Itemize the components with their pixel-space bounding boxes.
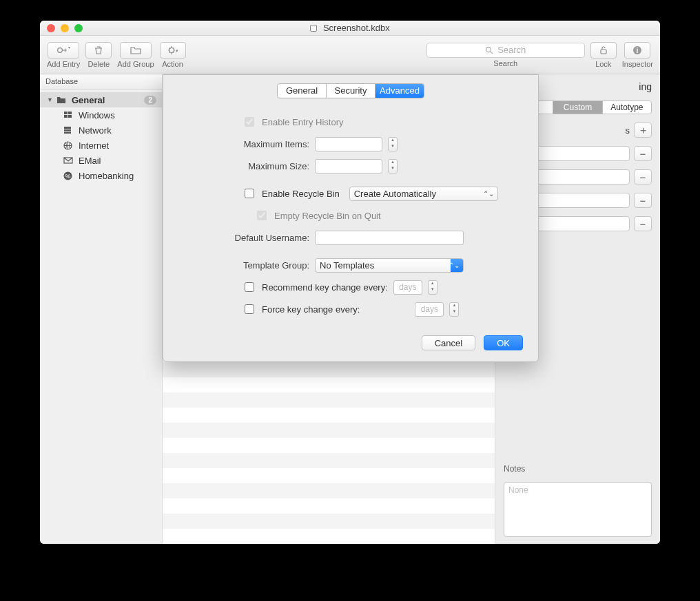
enable-history-label: Enable Entry History: [262, 117, 344, 127]
search-input[interactable]: Search: [426, 43, 585, 58]
max-items-input[interactable]: [315, 137, 382, 151]
svg-rect-10: [64, 115, 68, 118]
svg-rect-9: [68, 112, 72, 114]
action-button[interactable]: ▾ Action: [160, 42, 186, 68]
enable-recycle-checkbox[interactable]: [245, 189, 254, 198]
trash-icon: [94, 45, 103, 55]
recommend-key-label: Recommend key change every:: [262, 282, 388, 293]
svg-rect-14: [64, 132, 71, 134]
svg-point-4: [486, 47, 491, 52]
server-icon: [63, 126, 74, 134]
remove-field-button-2[interactable]: −: [634, 169, 652, 184]
folder-plus-icon: [130, 46, 141, 54]
max-size-stepper[interactable]: ▲▼: [388, 159, 398, 173]
enable-recycle-label: Enable Recycle Bin: [262, 189, 340, 199]
tab-custom[interactable]: Custom: [553, 101, 602, 114]
ok-button[interactable]: OK: [484, 335, 523, 350]
svg-text:▾: ▾: [68, 45, 70, 50]
chevron-updown-icon: ⌃⌄: [483, 190, 494, 198]
percent-icon: %: [63, 171, 74, 180]
recycle-mode-popup[interactable]: Create Automatically ⌃⌄: [349, 187, 498, 201]
group-tree: ▼ General 2 Windows: [40, 89, 162, 186]
add-entry-button[interactable]: ▾ Add Entry: [47, 42, 80, 68]
force-key-checkbox[interactable]: [245, 304, 254, 314]
svg-point-0: [58, 48, 63, 52]
group-email[interactable]: EMail: [40, 153, 162, 168]
chevron-updown-icon: ⌃⌄: [449, 262, 460, 269]
enable-history-checkbox: [245, 117, 254, 127]
svg-text:%: %: [65, 173, 70, 180]
globe-icon: [63, 141, 74, 150]
lock-button[interactable]: Lock: [590, 42, 617, 68]
remove-field-button-3[interactable]: −: [634, 193, 652, 208]
force-key-stepper[interactable]: ▲▼: [449, 302, 459, 317]
max-items-label: Maximum Items:: [192, 139, 309, 149]
recommend-key-checkbox[interactable]: [245, 282, 254, 292]
svg-rect-13: [64, 129, 71, 131]
lock-open-icon: [599, 45, 608, 55]
toolbar: ▾ Add Entry Delete Add Group: [40, 36, 660, 74]
template-group-popup[interactable]: No Templates ⌃⌄: [315, 258, 464, 273]
sheet-button-bar: Cancel OK: [178, 335, 523, 350]
template-group-label: Template Group:: [192, 260, 309, 271]
svg-text:i: i: [637, 47, 639, 54]
zoom-window-button[interactable]: [74, 24, 83, 32]
notes-label: Notes: [504, 464, 652, 474]
add-field-button[interactable]: ＋: [634, 123, 652, 138]
close-window-button[interactable]: [47, 24, 55, 32]
group-internet[interactable]: Internet: [40, 138, 162, 153]
info-icon: i: [632, 45, 642, 55]
force-key-label: Force key change every:: [262, 304, 360, 315]
svg-rect-12: [64, 127, 71, 129]
advanced-form: Enable Entry History Maximum Items: ▲▼ M…: [178, 108, 523, 323]
database-settings-sheet: General Security Advanced Enable Entry H…: [163, 74, 539, 362]
sheet-tab-general[interactable]: General: [278, 84, 327, 98]
default-username-label: Default Username:: [192, 233, 309, 243]
search-icon: [485, 46, 493, 54]
mail-icon: [63, 157, 74, 164]
sheet-tabs: General Security Advanced: [277, 83, 424, 98]
toolbar-search: Search Search: [426, 43, 585, 67]
recommend-key-days-input[interactable]: days: [393, 280, 422, 295]
minimize-window-button[interactable]: [61, 24, 69, 32]
svg-rect-11: [68, 115, 72, 118]
windows-icon: [63, 111, 74, 119]
window-title: Screenshot.kdbx: [40, 23, 660, 33]
count-badge: 2: [144, 96, 156, 105]
document-icon: [310, 25, 317, 32]
traffic-lights: [47, 24, 83, 32]
folder-icon: [56, 96, 68, 104]
disclosure-triangle-icon[interactable]: ▼: [47, 96, 52, 103]
recommend-key-stepper[interactable]: ▲▼: [428, 280, 438, 295]
force-key-days-input[interactable]: days: [415, 302, 444, 317]
add-group-button[interactable]: Add Group: [117, 42, 154, 68]
max-size-label: Maximum Size:: [192, 161, 309, 171]
sidebar-header: Database: [40, 74, 162, 89]
group-windows[interactable]: Windows: [40, 107, 162, 123]
svg-text:▾: ▾: [176, 48, 178, 53]
key-plus-icon: ▾: [56, 45, 70, 55]
remove-field-button-4[interactable]: −: [634, 216, 652, 231]
sheet-tab-security[interactable]: Security: [327, 84, 375, 98]
max-size-input[interactable]: [315, 159, 382, 173]
cancel-button[interactable]: Cancel: [422, 335, 475, 350]
max-items-stepper[interactable]: ▲▼: [388, 137, 398, 151]
svg-rect-8: [64, 112, 68, 114]
group-network[interactable]: Network: [40, 123, 162, 138]
svg-rect-5: [601, 50, 606, 54]
notes-textarea[interactable]: None: [504, 482, 652, 537]
inspector-button[interactable]: i Inspector: [622, 42, 653, 68]
tab-autotype[interactable]: Autotype: [603, 101, 651, 114]
group-general[interactable]: ▼ General 2: [40, 92, 162, 107]
title-bar: Screenshot.kdbx: [40, 21, 660, 36]
empty-recycle-label: Empty Recycle Bin on Quit: [274, 211, 381, 221]
empty-recycle-checkbox: [257, 211, 267, 220]
app-window: Screenshot.kdbx ▾ Add Entry Delete: [40, 21, 660, 544]
default-username-input[interactable]: [315, 231, 464, 245]
sheet-tab-advanced[interactable]: Advanced: [375, 84, 424, 98]
group-homebanking[interactable]: % Homebanking: [40, 168, 162, 183]
remove-field-button-1[interactable]: −: [634, 146, 652, 161]
sidebar: Database ▼ General 2 Windows: [40, 74, 163, 544]
delete-button[interactable]: Delete: [85, 42, 112, 68]
gear-icon: ▾: [167, 45, 178, 55]
